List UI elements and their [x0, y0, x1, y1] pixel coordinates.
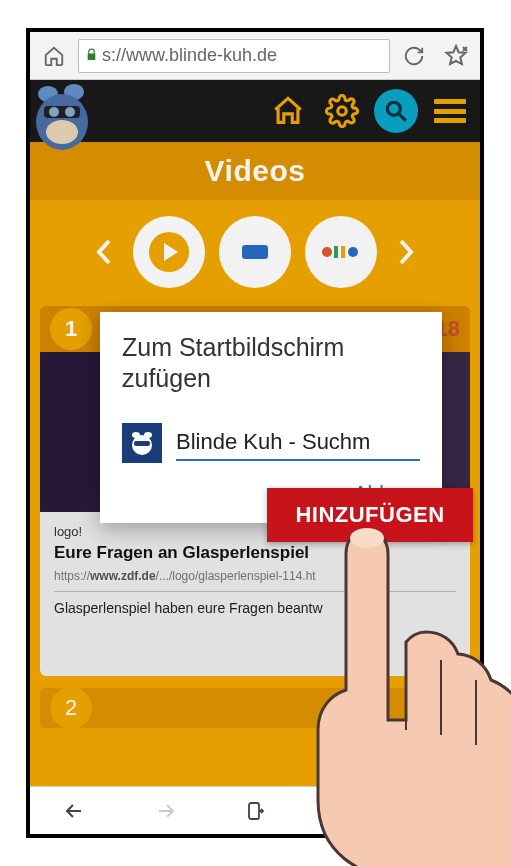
- svg-point-9: [338, 107, 347, 116]
- svg-rect-18: [249, 803, 259, 819]
- dialog-title: Zum Startbildschirm zufügen: [122, 332, 420, 395]
- settings-icon[interactable]: [320, 89, 364, 133]
- video-source-carousel: [30, 200, 480, 288]
- svg-line-11: [399, 114, 406, 121]
- svg-rect-23: [134, 441, 150, 446]
- url-field[interactable]: s://www.blinde-kuh.de: [78, 39, 390, 73]
- back-button[interactable]: [40, 791, 110, 831]
- carousel-next[interactable]: [391, 232, 421, 272]
- svg-rect-15: [334, 246, 338, 258]
- carousel-item-wdr[interactable]: [219, 216, 291, 288]
- card-url: https://www.zdf.de/.../logo/glasperlensp…: [54, 569, 456, 592]
- video-card-2[interactable]: 2: [40, 688, 470, 728]
- forward-button[interactable]: [130, 791, 200, 831]
- hamburger-icon: [434, 99, 466, 123]
- svg-point-14: [322, 247, 332, 257]
- card-rank-badge: 1: [50, 308, 92, 350]
- browser-address-bar: s://www.blinde-kuh.de: [30, 32, 480, 80]
- carousel-item-juki[interactable]: [305, 216, 377, 288]
- carousel-prev[interactable]: [89, 232, 119, 272]
- card-rank-badge: 2: [50, 687, 92, 729]
- site-favicon: [122, 423, 162, 463]
- svg-point-10: [387, 102, 400, 115]
- svg-point-5: [46, 120, 78, 144]
- browser-bottom-nav: [30, 786, 480, 834]
- mascot-logo[interactable]: [30, 80, 98, 156]
- share-button[interactable]: [220, 791, 290, 831]
- lock-icon: [85, 47, 98, 65]
- carousel-item-play[interactable]: [133, 216, 205, 288]
- svg-point-22: [144, 432, 152, 438]
- svg-point-17: [348, 247, 358, 257]
- svg-point-7: [49, 107, 59, 117]
- dialog-add-button[interactable]: HINZUFÜGEN: [267, 488, 473, 542]
- menu-button[interactable]: [428, 89, 472, 133]
- svg-point-21: [132, 432, 140, 438]
- svg-point-8: [65, 107, 75, 117]
- shortcut-name-input[interactable]: Blinde Kuh - Suchm: [176, 425, 420, 461]
- favorite-button[interactable]: [438, 38, 474, 74]
- card-title: Eure Fragen an Glasperlenspiel: [54, 543, 456, 563]
- search-icon[interactable]: [374, 89, 418, 133]
- reload-button[interactable]: [396, 38, 432, 74]
- svg-rect-13: [242, 245, 268, 259]
- svg-rect-16: [341, 246, 345, 258]
- site-header: [30, 80, 480, 142]
- url-text: s://www.blinde-kuh.de: [102, 45, 383, 66]
- site-home-icon[interactable]: [266, 89, 310, 133]
- card-description: Glasperlenspiel haben eure Fragen beantw: [54, 600, 456, 616]
- browser-home-button[interactable]: [36, 38, 72, 74]
